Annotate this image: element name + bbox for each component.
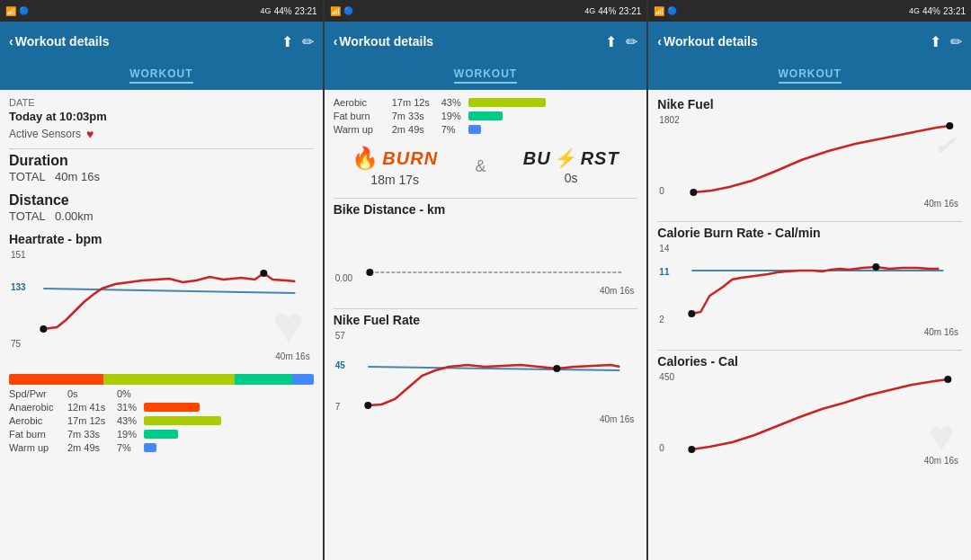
- battery-text-2: 44%: [598, 6, 616, 16]
- zone-bar-warmup-2: [468, 125, 481, 134]
- burn-flame-icon: 🔥: [352, 146, 379, 171]
- calories-section: Calories - Cal 450 0 40m 16s ♥: [657, 354, 962, 469]
- panel-3: 📶 🔵 4G 44% 23:21 ‹ Workout details ⬆ ✏ W…: [648, 0, 971, 560]
- zone-row-anaerobic: Anaerobic 12m 41s 31%: [9, 402, 314, 413]
- bt-icon: 🔵: [19, 6, 29, 15]
- upload-icon-2[interactable]: ⬆: [605, 33, 617, 50]
- duration-title: Duration: [9, 153, 314, 169]
- status-bar-2: 📶 🔵 4G 44% 23:21: [325, 0, 647, 22]
- cbr-y-mid: 11: [659, 267, 669, 277]
- zone-bar-fatburn-2: [468, 111, 503, 120]
- content-2: Aerobic 17m 12s 43% Fat burn 7m 33s 19% …: [325, 90, 647, 560]
- battery-text-3: 44%: [922, 6, 940, 16]
- zone-anaerobic-bar: [9, 374, 103, 385]
- header-3: ‹ Workout details ⬆ ✏: [648, 22, 971, 61]
- bt-icon-2: 🔵: [343, 6, 353, 15]
- zone-bar-warmup: [144, 443, 156, 452]
- svg-point-12: [873, 263, 880, 271]
- duration-section: Duration TOTAL 40m 16s: [9, 153, 314, 183]
- calorie-burn-wrap: 14 11 2 40m 16s: [657, 242, 962, 341]
- cbr-y-max: 14: [659, 244, 669, 253]
- bt-icon-3: 🔵: [667, 6, 677, 15]
- network-icon-3: 4G: [909, 6, 920, 15]
- svg-point-6: [364, 402, 371, 409]
- edit-icon-2[interactable]: ✏: [626, 33, 637, 50]
- svg-point-13: [689, 446, 696, 453]
- nf-y-min: 0: [659, 186, 664, 196]
- cbr-y-min: 2: [659, 315, 664, 324]
- cbr-x-max: 40m 16s: [924, 327, 958, 337]
- zone-table-2: Aerobic 17m 12s 43% Fat burn 7m 33s 19% …: [334, 97, 638, 135]
- header-title-1: Workout details: [15, 34, 110, 49]
- svg-point-8: [690, 189, 698, 196]
- amp-symbol: &: [475, 157, 486, 176]
- calorie-burn-title: Calorie Burn Rate - Cal/min: [657, 226, 962, 240]
- zone-bar-aerobic-2: [468, 98, 546, 107]
- heartrate-svg: [29, 248, 310, 347]
- active-sensors-label: Active Sensors: [9, 128, 81, 140]
- burst-label-2: RST: [581, 148, 619, 169]
- edit-icon-1[interactable]: ✏: [302, 33, 314, 50]
- wifi-icon: 📶: [5, 6, 16, 16]
- back-button-2[interactable]: ‹ Workout details: [334, 34, 433, 49]
- tab-workout-1[interactable]: WORKOUT: [129, 67, 192, 84]
- zone-color-bar: [9, 374, 314, 385]
- back-chevron-2: ‹: [334, 34, 338, 49]
- zone-warmup-bar: [292, 374, 314, 385]
- upload-icon-1[interactable]: ⬆: [281, 33, 293, 50]
- upload-icon-3[interactable]: ⬆: [930, 33, 941, 50]
- content-3: Nike Fuel 1802 0 40m 16s ✓ Calorie Burn …: [648, 90, 971, 560]
- back-button-1[interactable]: ‹ Workout details: [9, 34, 109, 49]
- zone-aerobic-bar: [103, 374, 235, 385]
- active-sensors: Active Sensors ♥: [9, 127, 314, 141]
- app-container: 📶 🔵 4G 44% 23:21 ‹ Workout details ⬆ ✏ W…: [0, 0, 971, 560]
- nf-y-max: 1802: [659, 115, 679, 125]
- divider-3: [334, 308, 638, 309]
- nfr-y-min: 7: [335, 402, 341, 412]
- back-button-3[interactable]: ‹ Workout details: [657, 34, 757, 49]
- heart-icon-sensors: ♥: [86, 127, 94, 141]
- calories-wrap: 450 0 40m 16s ♥: [657, 370, 962, 469]
- zone-row-aerobic-2: Aerobic 17m 12s 43%: [334, 97, 638, 108]
- burst-item: BU ⚡ RST 0s: [523, 147, 619, 185]
- burn-item: 🔥 BURN 18m 17s: [352, 146, 438, 187]
- zone-row-fatburn: Fat burn 7m 33s 19%: [9, 429, 314, 440]
- nf-x-max: 40m 16s: [924, 199, 958, 209]
- distance-title: Distance: [9, 192, 314, 209]
- burst-lightning: ⚡: [555, 147, 577, 169]
- cal-y-max: 450: [659, 372, 674, 382]
- network-icon: 4G: [261, 6, 272, 15]
- tab-workout-3[interactable]: WORKOUT: [779, 67, 842, 84]
- burst-time: 0s: [523, 171, 619, 185]
- hr-y-mid: 133: [11, 282, 26, 292]
- zone-row-spdpwr: Spd/Pwr 0s 0%: [9, 388, 314, 399]
- nfr-svg: [353, 329, 635, 414]
- divider-4: [657, 221, 962, 222]
- svg-point-7: [553, 365, 560, 372]
- burst-label: BU: [523, 148, 551, 169]
- cal-x-max: 40m 16s: [924, 456, 958, 466]
- bike-chart-wrap: 0.00 40m 16s: [334, 218, 638, 299]
- nf-svg: [681, 113, 958, 199]
- edit-icon-3[interactable]: ✏: [950, 33, 962, 50]
- nike-fuel-section: Nike Fuel 1802 0 40m 16s ✓: [657, 97, 962, 212]
- wifi-icon-2: 📶: [330, 6, 341, 16]
- hr-y-max: 151: [11, 250, 26, 260]
- bike-distance-title: Bike Distance - km: [334, 202, 638, 217]
- zone-row-warmup-2: Warm up 2m 49s 7%: [334, 124, 638, 135]
- heartrate-chart-wrap: 151 133 75 40m 16s ♥: [9, 248, 314, 365]
- bike-distance-section: Bike Distance - km 0.00 40m 16s: [334, 202, 638, 299]
- svg-point-11: [689, 310, 696, 317]
- tab-bar-3: WORKOUT: [648, 61, 971, 90]
- bike-y-min: 0.00: [335, 273, 352, 283]
- divider-2: [334, 198, 638, 199]
- divider-5: [657, 350, 962, 351]
- tab-workout-2[interactable]: WORKOUT: [454, 67, 517, 84]
- back-chevron-1: ‹: [9, 34, 13, 49]
- distance-value: TOTAL 0.00km: [9, 209, 314, 223]
- calorie-burn-section: Calorie Burn Rate - Cal/min 14 11 2 40m …: [657, 226, 962, 341]
- cal-y-min: 0: [659, 443, 664, 453]
- nfr-y-mid: 45: [335, 360, 345, 370]
- status-bar-1: 📶 🔵 4G 44% 23:21: [0, 0, 323, 22]
- nike-fuel-wrap: 1802 0 40m 16s ✓: [657, 113, 962, 212]
